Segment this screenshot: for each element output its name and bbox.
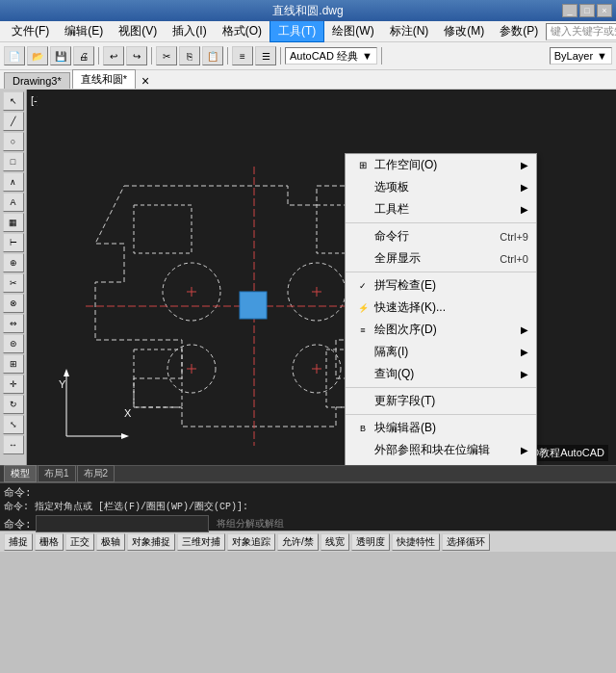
cut-button[interactable]: ✂ — [156, 46, 177, 65]
match-prop-button[interactable]: ≡ — [232, 46, 253, 65]
layout-model[interactable]: 模型 — [4, 465, 37, 482]
cmd-prompt-2: 命令: 指定对角点或 [栏选(F)/圈围(WP)/圈交(CP)]: — [4, 502, 248, 512]
menu-dataextract[interactable]: ⊞ 数据提取(X)... — [346, 461, 536, 465]
menu-isolate[interactable]: 隔离(I) — [346, 341, 536, 363]
cmd-prompt-3: 命令: — [4, 517, 32, 531]
bottom-toolbar: 捕捉 栅格 正交 极轴 对象捕捉 三维对捕 对象追踪 允许/禁 线宽 透明度 快… — [0, 531, 616, 552]
menu-format[interactable]: 格式(O) — [215, 21, 270, 41]
lt-modify3[interactable]: ⊗ — [3, 294, 24, 313]
tab-line-circle[interactable]: 直线和圆* — [72, 69, 136, 89]
quickprop-button[interactable]: 快捷特性 — [392, 533, 440, 551]
search-box[interactable]: 键入关键字或短语 — [546, 23, 616, 40]
snap-button[interactable]: 捕捉 — [4, 533, 33, 551]
lt-rotate[interactable]: ↻ — [3, 395, 24, 414]
menu-query[interactable]: 查询(Q) — [346, 363, 536, 385]
menu-draw[interactable]: 绘图(W) — [324, 21, 381, 41]
undo-button[interactable]: ↩ — [103, 46, 124, 65]
command-input[interactable] — [36, 515, 209, 532]
menu-palettes[interactable]: 选项板 — [346, 176, 536, 198]
menu-fullscreen[interactable]: 全屏显示 Ctrl+0 — [346, 247, 536, 270]
cmd-hint: 将组分解或解组 — [217, 517, 284, 531]
paste-button[interactable]: 📋 — [202, 46, 223, 65]
menu-commandline[interactable]: 命令行 Ctrl+9 — [346, 225, 536, 247]
bylayer-dropdown[interactable]: ByLayer ▼ — [550, 47, 612, 65]
layout-1[interactable]: 布局1 — [38, 465, 76, 482]
menu-draworder[interactable]: ≡ 绘图次序(D) — [346, 319, 536, 341]
lt-draw4[interactable]: ∧ — [3, 172, 24, 192]
main-content: ↖ ╱ ○ □ ∧ A ▦ ⊢ ⊕ ✂ ⊗ ⇔ ⊜ ⊞ ✛ ↻ ⤡ ↔ [-][… — [0, 90, 616, 465]
close-button[interactable]: × — [597, 4, 612, 17]
lt-move[interactable]: ✛ — [3, 375, 24, 394]
menu-xref[interactable]: 外部参照和块在位编辑 — [346, 439, 536, 461]
selectcycle-button[interactable]: 选择循环 — [442, 533, 490, 551]
dataextract-label: 数据提取(X)... — [374, 464, 446, 465]
menu-tools[interactable]: 工具(T) — [270, 20, 324, 42]
bylayer-label: ByLayer — [554, 50, 593, 62]
lt-dim[interactable]: ⊢ — [3, 233, 24, 252]
lt-mirror[interactable]: ⇔ — [3, 314, 24, 333]
open-button[interactable]: 📂 — [27, 46, 48, 65]
canvas-area[interactable]: [-][俯视]二维线框 — [27, 90, 616, 465]
menu-edit[interactable]: 编辑(E) — [57, 21, 111, 41]
lt-modify1[interactable]: ⊕ — [3, 253, 24, 272]
lt-text[interactable]: A — [3, 193, 24, 212]
new-button[interactable]: 📄 — [4, 46, 25, 65]
blockeditor-icon: B — [353, 424, 372, 433]
menu-parameter[interactable]: 参数(P) — [492, 21, 546, 41]
lt-offset[interactable]: ⊜ — [3, 334, 24, 353]
window-controls[interactable]: _ □ × — [562, 4, 612, 17]
grid-button[interactable]: 栅格 — [35, 533, 64, 551]
lt-modify2[interactable]: ✂ — [3, 273, 24, 293]
menu-modify[interactable]: 修改(M) — [436, 21, 492, 41]
tab-drawing3[interactable]: Drawing3* — [4, 72, 70, 89]
lt-draw1[interactable]: ╱ — [3, 112, 24, 131]
menu-quickselect[interactable]: ⚡ 快速选择(K)... — [346, 297, 536, 319]
menu-updatefield[interactable]: 更新字段(T) — [346, 390, 536, 412]
maximize-button[interactable]: □ — [579, 4, 595, 17]
layout-bar: 模型 布局1 布局2 — [0, 465, 616, 482]
blockeditor-label: 块编辑器(B) — [374, 420, 436, 436]
osnap-button[interactable]: 对象捕捉 — [127, 533, 175, 551]
menu-spellcheck[interactable]: ✓ 拼写检查(E) — [346, 274, 536, 297]
lt-stretch[interactable]: ↔ — [3, 435, 24, 454]
cmd-prompt-1: 命令: — [4, 487, 32, 499]
workspace-dropdown[interactable]: AutoCAD 经典 ▼ — [285, 47, 377, 65]
redo-button[interactable]: ↪ — [126, 46, 147, 65]
workspace-icon: ⊞ — [353, 160, 372, 170]
copy-button[interactable]: ⎘ — [179, 46, 200, 65]
lt-hatch[interactable]: ▦ — [3, 213, 24, 232]
sep1 — [346, 222, 536, 223]
layout-2[interactable]: 布局2 — [77, 465, 116, 482]
3dosnap-button[interactable]: 三维对捕 — [177, 533, 225, 551]
polar-button[interactable]: 极轴 — [96, 533, 125, 551]
lt-array[interactable]: ⊞ — [3, 354, 24, 374]
lt-scale[interactable]: ⤡ — [3, 415, 24, 434]
menu-file[interactable]: 文件(F) — [4, 21, 57, 41]
menu-blockeditor[interactable]: B 块编辑器(B) — [346, 417, 536, 439]
new-tab-button[interactable]: × — [141, 73, 149, 89]
svg-text:Y: Y — [59, 378, 66, 390]
print-button[interactable]: 🖨 — [73, 46, 94, 65]
tools-dropdown-menu[interactable]: ⊞ 工作空间(O) 选项板 工具栏 命令行 Ctrl+9 — [345, 153, 537, 465]
ortho-button[interactable]: 正交 — [65, 533, 94, 551]
lt-select[interactable]: ↖ — [3, 91, 24, 111]
lt-draw3[interactable]: □ — [3, 152, 24, 171]
separator-5 — [381, 47, 382, 65]
menu-insert[interactable]: 插入(I) — [165, 21, 214, 41]
separator-4 — [280, 47, 281, 65]
layer-button[interactable]: ☰ — [255, 46, 276, 65]
menu-toolbars[interactable]: 工具栏 — [346, 198, 536, 220]
transparency-button[interactable]: 透明度 — [351, 533, 390, 551]
save-button[interactable]: 💾 — [50, 46, 71, 65]
menu-workspace[interactable]: ⊞ 工作空间(O) — [346, 154, 536, 176]
lineweight-button[interactable]: 线宽 — [321, 533, 349, 551]
otrack-button[interactable]: 对象追踪 — [227, 533, 275, 551]
menu-dimension[interactable]: 标注(N) — [382, 21, 437, 41]
menu-view[interactable]: 视图(V) — [111, 21, 165, 41]
lt-draw2[interactable]: ○ — [3, 132, 24, 151]
dynmode-button[interactable]: 允许/禁 — [277, 533, 319, 551]
isolate-label: 隔离(I) — [374, 344, 408, 360]
title-bar: 直线和圆.dwg _ □ × — [0, 0, 616, 21]
minimize-button[interactable]: _ — [562, 4, 578, 17]
cmdline-shortcut: Ctrl+9 — [480, 231, 528, 243]
